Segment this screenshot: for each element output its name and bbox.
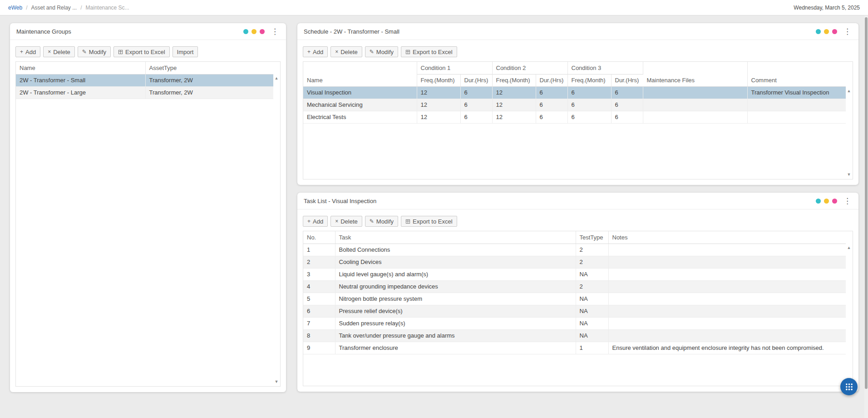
column-header-testtype[interactable]: TestType bbox=[576, 231, 608, 244]
cell-maintenance-files[interactable] bbox=[643, 111, 747, 123]
cell-c2-freq[interactable]: 12 bbox=[492, 111, 536, 123]
scroll-up-icon[interactable]: ▲ bbox=[846, 89, 852, 93]
delete-button[interactable]: × Delete bbox=[43, 46, 75, 57]
cell-name[interactable]: Mechanical Servicing bbox=[303, 99, 417, 111]
cell-task[interactable]: Cooling Devices bbox=[335, 256, 576, 268]
cell-c1-freq[interactable]: 12 bbox=[417, 86, 460, 99]
cell-c3-dur[interactable]: 6 bbox=[611, 111, 643, 123]
scroll-up-icon[interactable]: ▲ bbox=[274, 76, 279, 80]
cell-task[interactable]: Liquid level gauge(s) and alarm(s) bbox=[335, 268, 576, 280]
table-row[interactable]: 9 Transformer enclosure 1 Ensure ventila… bbox=[303, 342, 846, 354]
column-header-task[interactable]: Task bbox=[335, 231, 576, 244]
modify-button[interactable]: ✎ Modify bbox=[78, 46, 111, 57]
cell-testtype[interactable]: NA bbox=[576, 329, 608, 342]
cell-no[interactable]: 3 bbox=[303, 268, 335, 280]
table-row[interactable]: 2 Cooling Devices 2 bbox=[303, 256, 846, 268]
cell-notes[interactable] bbox=[608, 244, 846, 256]
cell-comment[interactable] bbox=[747, 111, 846, 123]
table-row[interactable]: Mechanical Servicing 12 6 12 6 6 6 bbox=[303, 99, 846, 111]
column-header-comment[interactable]: Comment bbox=[747, 62, 846, 86]
modify-button[interactable]: ✎ Modify bbox=[365, 216, 398, 227]
column-header-name[interactable]: Name bbox=[303, 62, 417, 86]
cell-name[interactable]: Visual Inspection bbox=[303, 86, 417, 99]
cell-no[interactable]: 9 bbox=[303, 342, 335, 354]
export-to-excel-button[interactable]: Export to Excel bbox=[113, 46, 169, 57]
cell-task[interactable]: Nitrogen bottle pressure system bbox=[335, 293, 576, 305]
cell-task[interactable]: Sudden pressure relay(s) bbox=[335, 317, 576, 329]
cell-c1-dur[interactable]: 6 bbox=[460, 99, 492, 111]
cell-no[interactable]: 7 bbox=[303, 317, 335, 329]
cell-testtype[interactable]: NA bbox=[576, 317, 608, 329]
table-row[interactable]: Electrical Tests 12 6 12 6 6 6 bbox=[303, 111, 846, 123]
cell-notes[interactable] bbox=[608, 293, 846, 305]
column-header-dur-1[interactable]: Dur.(Hrs) bbox=[460, 74, 492, 86]
column-header-maintenance-files[interactable]: Maintenance Files bbox=[643, 62, 747, 86]
cell-testtype[interactable]: 2 bbox=[576, 256, 608, 268]
cell-comment[interactable] bbox=[747, 99, 846, 111]
cell-task[interactable]: Neutral grounding impedance devices bbox=[335, 280, 576, 293]
table-row[interactable]: 4 Neutral grounding impedance devices 2 bbox=[303, 280, 846, 293]
cell-notes[interactable] bbox=[608, 280, 846, 293]
apps-launcher-button[interactable] bbox=[840, 378, 858, 395]
cell-notes[interactable] bbox=[608, 305, 846, 317]
cell-testtype[interactable]: 1 bbox=[576, 342, 608, 354]
cell-maintenance-files[interactable] bbox=[643, 99, 747, 111]
table-row[interactable]: 7 Sudden pressure relay(s) NA bbox=[303, 317, 846, 329]
column-header-notes[interactable]: Notes bbox=[608, 231, 846, 244]
cell-assettype[interactable]: Transformer, 2W bbox=[145, 74, 273, 86]
cell-assettype[interactable]: Transformer, 2W bbox=[145, 86, 273, 99]
table-row[interactable]: 2W - Transformer - Small Transformer, 2W bbox=[16, 74, 273, 86]
column-header-assettype[interactable]: AssetType bbox=[145, 62, 273, 74]
cell-no[interactable]: 2 bbox=[303, 256, 335, 268]
cell-c3-dur[interactable]: 6 bbox=[611, 99, 643, 111]
cell-no[interactable]: 8 bbox=[303, 329, 335, 342]
column-header-dur-3[interactable]: Dur.(Hrs) bbox=[611, 74, 643, 86]
cell-maintenance-files[interactable] bbox=[643, 86, 747, 99]
cell-no[interactable]: 6 bbox=[303, 305, 335, 317]
cell-c2-dur[interactable]: 6 bbox=[536, 99, 567, 111]
cell-c1-freq[interactable]: 12 bbox=[417, 111, 460, 123]
column-header-dur-2[interactable]: Dur.(Hrs) bbox=[536, 74, 567, 86]
panel-menu-icon[interactable]: ⋮ bbox=[270, 28, 280, 35]
cell-notes[interactable] bbox=[608, 317, 846, 329]
cell-no[interactable]: 1 bbox=[303, 244, 335, 256]
cell-c3-freq[interactable]: 6 bbox=[567, 86, 611, 99]
cell-task[interactable]: Tank over/under pressure gauge and alarm… bbox=[335, 329, 576, 342]
table-row[interactable]: 8 Tank over/under pressure gauge and ala… bbox=[303, 329, 846, 342]
cell-comment[interactable]: Transformer Visual Inspection bbox=[747, 86, 846, 99]
table-row[interactable]: 1 Bolted Connections 2 bbox=[303, 244, 846, 256]
table-row[interactable]: Visual Inspection 12 6 12 6 6 6 Transfor… bbox=[303, 86, 846, 99]
cell-task[interactable]: Bolted Connections bbox=[335, 244, 576, 256]
add-button[interactable]: + Add bbox=[303, 46, 328, 57]
cell-c2-dur[interactable]: 6 bbox=[536, 86, 567, 99]
column-header-freq-2[interactable]: Freq.(Month) bbox=[492, 74, 536, 86]
cell-testtype[interactable]: 2 bbox=[576, 244, 608, 256]
breadcrumb-item-asset-and-relay[interactable]: Asset and Relay ... bbox=[31, 5, 77, 11]
import-button[interactable]: Import bbox=[173, 46, 198, 57]
cell-name[interactable]: 2W - Transformer - Small bbox=[16, 74, 145, 86]
cell-task[interactable]: Pressure relief device(s) bbox=[335, 305, 576, 317]
column-header-name[interactable]: Name bbox=[16, 62, 145, 74]
cell-testtype[interactable]: NA bbox=[576, 305, 608, 317]
delete-button[interactable]: × Delete bbox=[330, 216, 362, 227]
cell-notes[interactable]: Ensure ventilation and equipment enclosu… bbox=[608, 342, 846, 354]
cell-c1-dur[interactable]: 6 bbox=[460, 86, 492, 99]
cell-testtype[interactable]: NA bbox=[576, 293, 608, 305]
cell-c2-freq[interactable]: 12 bbox=[492, 99, 536, 111]
cell-c1-freq[interactable]: 12 bbox=[417, 99, 460, 111]
modify-button[interactable]: ✎ Modify bbox=[365, 46, 398, 57]
delete-button[interactable]: × Delete bbox=[330, 46, 362, 57]
export-to-excel-button[interactable]: Export to Excel bbox=[401, 46, 457, 57]
table-row[interactable]: 2W - Transformer - Large Transformer, 2W bbox=[16, 86, 273, 99]
column-header-no[interactable]: No. bbox=[303, 231, 335, 244]
cell-c1-dur[interactable]: 6 bbox=[460, 111, 492, 123]
table-row[interactable]: 6 Pressure relief device(s) NA bbox=[303, 305, 846, 317]
cell-c3-freq[interactable]: 6 bbox=[567, 111, 611, 123]
table-row[interactable]: 3 Liquid level gauge(s) and alarm(s) NA bbox=[303, 268, 846, 280]
scroll-down-icon[interactable]: ▼ bbox=[274, 380, 279, 384]
cell-no[interactable]: 4 bbox=[303, 280, 335, 293]
column-header-freq-3[interactable]: Freq.(Month) bbox=[567, 74, 611, 86]
panel-menu-icon[interactable]: ⋮ bbox=[843, 28, 852, 35]
table-row[interactable]: 5 Nitrogen bottle pressure system NA bbox=[303, 293, 846, 305]
panel-menu-icon[interactable]: ⋮ bbox=[843, 197, 852, 205]
